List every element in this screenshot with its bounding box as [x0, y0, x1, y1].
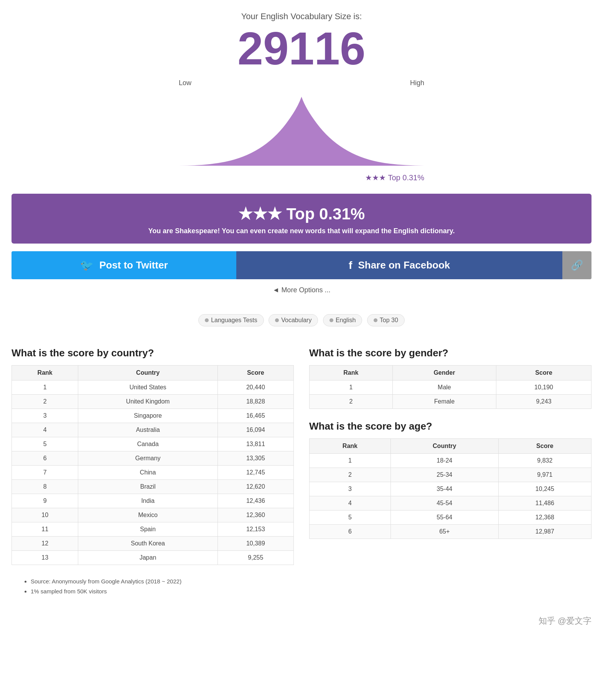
table-row: 6Germany13,305 — [12, 451, 294, 466]
gender-section-title: What is the score by gender? — [309, 347, 591, 359]
table-row: 2Female9,243 — [310, 395, 591, 409]
right-col: What is the score by gender? Rank Gender… — [309, 347, 591, 600]
table-row: 10Mexico12,360 — [12, 508, 294, 522]
table-row: 7China12,745 — [12, 466, 294, 480]
country-col-country: Country — [78, 366, 217, 380]
country-section-title: What is the score by country? — [12, 347, 294, 359]
tag-dot — [330, 318, 333, 322]
tag-dot — [205, 318, 209, 322]
header-section: Your English Vocabulary Size is: 29116 — [0, 0, 603, 79]
bell-curve-container: Low High ★★★ Top 0.31% — [167, 79, 436, 186]
table-row: 9India12,436 — [12, 494, 294, 508]
tag-vocabulary[interactable]: Vocabulary — [269, 314, 318, 326]
table-row: 12South Korea10,389 — [12, 537, 294, 551]
banner-description: You are Shakespeare! You can even create… — [19, 227, 584, 235]
gender-col-score: Score — [496, 366, 591, 380]
table-row: 5Canada13,811 — [12, 437, 294, 451]
tag-top30[interactable]: Top 30 — [367, 314, 405, 326]
vocab-label: Your English Vocabulary Size is: — [8, 12, 595, 21]
table-row: 13Japan9,255 — [12, 551, 294, 565]
tag-english[interactable]: English — [323, 314, 362, 326]
age-section-title: What is the score by age? — [309, 420, 591, 432]
social-buttons: 🐦 Post to Twitter f Share on Facebook 🔗 — [12, 251, 591, 279]
table-row: 1United States20,440 — [12, 380, 294, 395]
link-icon: 🔗 — [571, 259, 583, 271]
age-col-score: Score — [498, 439, 591, 454]
table-row: 335-4410,245 — [310, 482, 591, 496]
twitter-label: Post to Twitter — [99, 259, 168, 271]
source-note: Source: Anonymously from Google Analytic… — [31, 576, 282, 586]
table-row: 3Singapore16,465 — [12, 409, 294, 423]
age-table: Rank Country Score 118-249,832225-349,97… — [309, 438, 591, 539]
watermark: 知乎 @爱文字 — [0, 611, 603, 638]
gender-col-rank: Rank — [310, 366, 393, 380]
age-col-rank: Rank — [310, 439, 391, 454]
tag-top30-label: Top 30 — [380, 317, 398, 324]
gender-col-gender: Gender — [392, 366, 496, 380]
bell-curve-svg — [167, 85, 436, 170]
country-col-rank: Rank — [12, 366, 78, 380]
country-section: What is the score by country? Rank Count… — [12, 347, 294, 600]
table-row: 11Spain12,153 — [12, 522, 294, 537]
twitter-icon: 🐦 — [80, 259, 94, 272]
source-note: 1% sampled from 50K visitors — [31, 586, 282, 596]
tag-languages-tests-label: Languages Tests — [211, 317, 257, 324]
vocab-score: 29116 — [8, 25, 595, 71]
table-row: 1Male10,190 — [310, 380, 591, 395]
bell-top-percent: ★★★ Top 0.31% — [167, 173, 436, 182]
more-options-label: ◄ More Options ... — [273, 286, 331, 294]
tag-english-label: English — [336, 317, 356, 324]
gender-table: Rank Gender Score 1Male10,1902Female9,24… — [309, 365, 591, 409]
table-row: 8Brazil12,620 — [12, 480, 294, 494]
tag-dot — [374, 318, 377, 322]
country-col-score: Score — [217, 366, 293, 380]
more-options[interactable]: ◄ More Options ... — [0, 279, 603, 301]
tag-languages-tests[interactable]: Languages Tests — [198, 314, 264, 326]
tag-dot — [275, 318, 279, 322]
age-col-age: Country — [390, 439, 498, 454]
banner-top-percent: ★★★ Top 0.31% — [19, 204, 584, 223]
source-notes: Source: Anonymously from Google Analytic… — [12, 576, 294, 600]
country-table: Rank Country Score 1United States20,4402… — [12, 365, 294, 565]
tags-section: Languages Tests Vocabulary English Top 3… — [0, 305, 603, 336]
table-row: 665+12,987 — [310, 525, 591, 539]
link-button[interactable]: 🔗 — [562, 251, 591, 279]
table-row: 118-249,832 — [310, 454, 591, 468]
table-row: 4Australia16,094 — [12, 423, 294, 437]
purple-banner: ★★★ Top 0.31% You are Shakespeare! You c… — [12, 194, 591, 244]
twitter-button[interactable]: 🐦 Post to Twitter — [12, 251, 236, 279]
facebook-button[interactable]: f Share on Facebook — [236, 251, 562, 279]
table-row: 225-349,971 — [310, 468, 591, 482]
table-row: 555-6412,368 — [310, 511, 591, 525]
tag-vocabulary-label: Vocabulary — [281, 317, 311, 324]
table-row: 445-5411,486 — [310, 496, 591, 511]
facebook-icon: f — [349, 259, 352, 272]
table-row: 2United Kingdom18,828 — [12, 395, 294, 409]
tables-section: What is the score by country? Rank Count… — [0, 343, 603, 611]
facebook-label: Share on Facebook — [358, 259, 450, 271]
